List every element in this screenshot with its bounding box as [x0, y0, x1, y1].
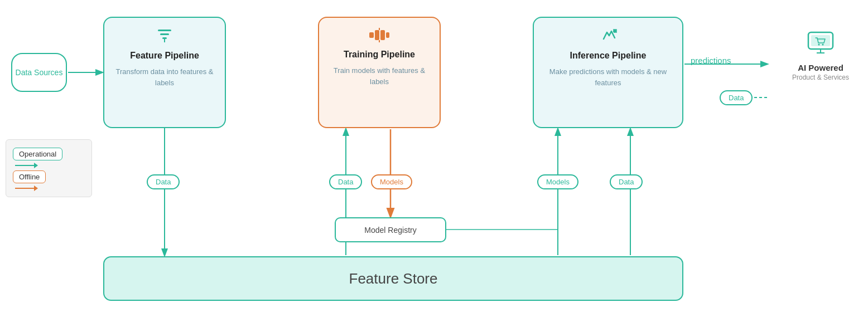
training-pipeline-desc: Train models with features & labels [330, 65, 428, 87]
legend-row-offline: Offline [13, 170, 85, 183]
feature-pipeline-desc: Transform data into features & labels [115, 66, 214, 88]
svg-rect-17 [386, 32, 389, 38]
pill-data-inference: Data [610, 174, 643, 189]
svg-point-25 [822, 44, 824, 46]
svg-rect-14 [369, 32, 374, 38]
pill-models-training: Models [371, 174, 412, 189]
inference-pipeline-desc: Make predictions with models & new featu… [545, 66, 671, 88]
predictions-label: predictions [691, 56, 731, 65]
training-pipeline-title: Training Pipeline [330, 50, 428, 60]
pill-data-ai: Data [720, 90, 753, 105]
diagram-container: Data Sources Feature Pipeline Transform … [0, 0, 868, 322]
data-sources-label: Data Sources [16, 67, 63, 77]
model-registry-box: Model Registry [335, 217, 446, 242]
inference-pipeline-box: Inference Pipeline Make predictions with… [533, 17, 683, 128]
legend-row-operational: Operational [13, 148, 85, 160]
legend-arrow-operational-row [13, 165, 85, 166]
feature-pipeline-box: Feature Pipeline Transform data into fea… [103, 17, 226, 128]
feature-pipeline-icon [115, 28, 214, 47]
svg-rect-23 [811, 35, 830, 46]
ai-powered-subtitle: Product & Services [784, 74, 857, 82]
ai-powered-title: AI Powered [784, 62, 857, 74]
svg-point-20 [613, 30, 616, 33]
feature-store-box: Feature Store [103, 256, 683, 301]
model-registry-label: Model Registry [364, 226, 416, 235]
legend-green-arrow [15, 165, 37, 166]
svg-point-24 [818, 44, 820, 46]
inference-pipeline-icon [545, 28, 671, 47]
training-pipeline-box: Training Pipeline Train models with feat… [318, 17, 441, 128]
training-pipeline-icon [330, 28, 428, 46]
legend-operational-label: Operational [13, 148, 62, 160]
ai-powered-box: AI Powered Product & Services [784, 31, 857, 82]
pill-data-feature: Data [147, 174, 180, 189]
legend-box: Operational Offline [6, 139, 92, 197]
data-sources-box: Data Sources [11, 53, 67, 92]
pill-data-training: Data [329, 174, 362, 189]
svg-rect-15 [375, 30, 379, 40]
inference-pipeline-title: Inference Pipeline [545, 51, 671, 61]
feature-store-label: Feature Store [349, 270, 438, 287]
svg-rect-10 [158, 30, 171, 31]
monitor-icon [784, 31, 857, 60]
legend-items: Operational Offline [13, 148, 85, 189]
svg-rect-11 [160, 33, 169, 35]
legend-arrow-offline-row [13, 188, 85, 189]
svg-rect-12 [162, 37, 167, 39]
legend-orange-arrow [15, 188, 37, 189]
legend-offline-label: Offline [13, 170, 46, 183]
feature-pipeline-title: Feature Pipeline [115, 51, 214, 61]
pill-models-inference: Models [537, 174, 578, 189]
svg-rect-16 [380, 30, 385, 40]
